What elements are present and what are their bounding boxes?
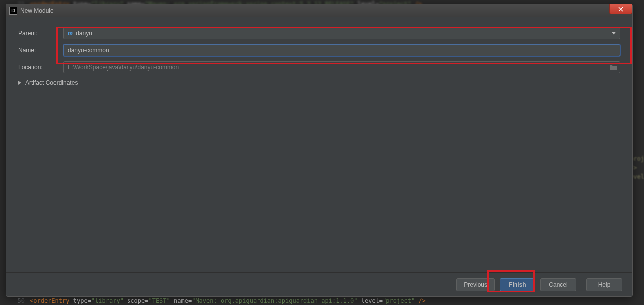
- name-label: Name:: [18, 47, 63, 54]
- xml-val: "Maven: org.apiguardian:apiguardian-api:…: [192, 297, 357, 304]
- finish-button[interactable]: Finish: [500, 278, 535, 291]
- maven-icon: m: [68, 29, 73, 37]
- browse-folder-icon[interactable]: [609, 64, 617, 71]
- xml-attr: level=: [358, 297, 383, 304]
- titlebar[interactable]: IJ New Module: [6, 4, 632, 17]
- app-icon: IJ: [9, 7, 17, 15]
- parent-row: Parent: m danyu: [18, 27, 620, 39]
- parent-label: Parent:: [18, 30, 63, 37]
- button-bar: Previous Finish Cancel Help: [6, 272, 632, 296]
- parent-value: danyu: [76, 30, 92, 37]
- location-label: Location:: [18, 64, 63, 71]
- close-icon: [618, 7, 623, 12]
- artifact-label: Artifact Coordinates: [25, 79, 78, 86]
- chevron-right-icon: [18, 81, 21, 85]
- artifact-coordinates-toggle[interactable]: Artifact Coordinates: [18, 79, 620, 86]
- help-button[interactable]: Help: [586, 278, 622, 291]
- dialog-content: Parent: m danyu Name: Location:: [6, 17, 632, 272]
- location-row: Location:: [18, 61, 620, 73]
- cancel-button[interactable]: Cancel: [540, 278, 576, 291]
- name-input[interactable]: [63, 44, 620, 56]
- xml-val: "project": [383, 297, 415, 304]
- chevron-down-icon: [612, 32, 616, 35]
- code-line-bottom: 50 <orderEntry type="library" scope="TES…: [0, 296, 644, 305]
- xml-close: />: [415, 297, 426, 304]
- new-module-dialog: IJ New Module Parent: m danyu Name:: [6, 4, 633, 297]
- xml-val: "library": [91, 297, 124, 304]
- parent-select[interactable]: m danyu: [63, 27, 620, 39]
- xml-attr: type=: [73, 297, 91, 304]
- line-number: 50: [5, 297, 25, 304]
- xml-attr: name=: [170, 297, 192, 304]
- close-button[interactable]: [609, 4, 632, 14]
- previous-button[interactable]: Previous: [456, 278, 495, 291]
- xml-tag: <orderEntry: [30, 297, 73, 304]
- xml-val: "TEST": [148, 297, 170, 304]
- xml-attr: scope=: [124, 297, 149, 304]
- dialog-title: New Module: [20, 7, 54, 14]
- name-row: Name:: [18, 44, 620, 56]
- location-input[interactable]: [63, 61, 620, 73]
